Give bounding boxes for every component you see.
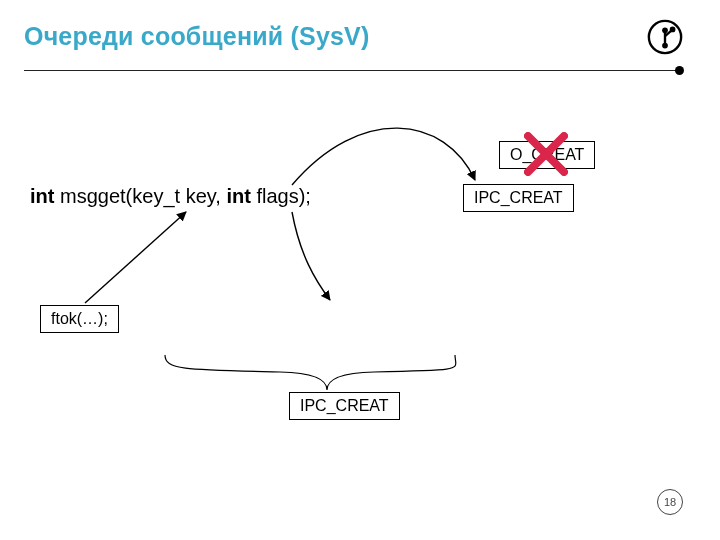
svg-point-3 xyxy=(662,43,668,49)
param1-type: key_t xyxy=(132,185,180,207)
page-number: 18 xyxy=(657,489,683,515)
highlight-bar xyxy=(145,302,577,334)
diagram-arrows xyxy=(0,0,720,540)
svg-line-8 xyxy=(85,212,186,303)
ipc-creat-top-box: IPC_CREAT xyxy=(463,184,574,212)
ftok-box: ftok(…); xyxy=(40,305,119,333)
slide-title: Очереди сообщений (SysV) xyxy=(24,22,370,51)
param2-type: int xyxy=(226,185,250,207)
divider-dot-icon xyxy=(675,66,684,75)
svg-point-5 xyxy=(670,27,676,33)
param1-name: key xyxy=(186,185,216,207)
svg-point-4 xyxy=(662,28,668,34)
divider xyxy=(24,70,680,71)
o-creat-box: O_CREAT xyxy=(499,141,595,169)
logo-icon xyxy=(646,18,684,56)
ipc-creat-bottom-box: IPC_CREAT xyxy=(289,392,400,420)
function-signature: int msgget(key_t key, int flags); xyxy=(30,185,311,208)
return-type: int xyxy=(30,185,54,207)
function-name: msgget xyxy=(60,185,126,207)
param2-name: flags xyxy=(256,185,298,207)
